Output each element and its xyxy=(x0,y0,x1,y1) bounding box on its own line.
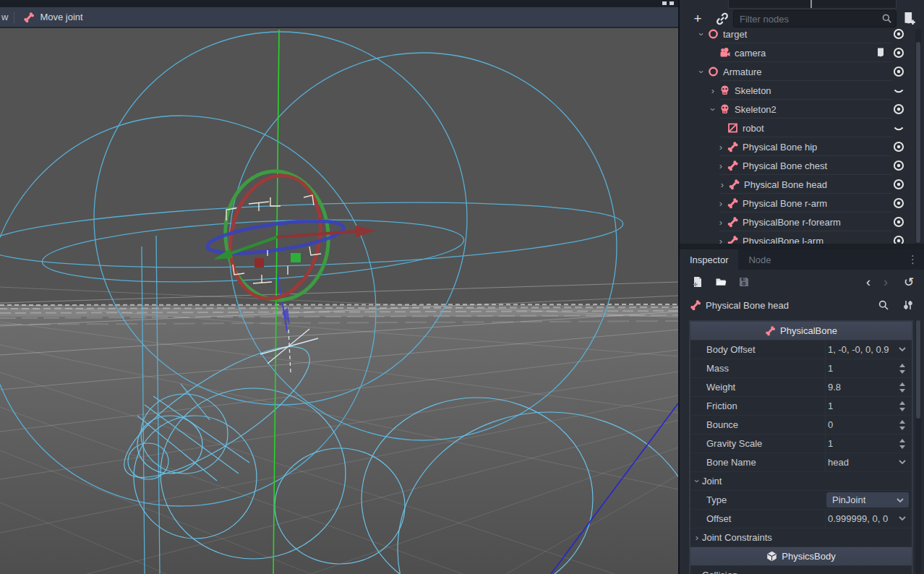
chevron-right-icon[interactable]: › xyxy=(716,142,725,153)
script-icon[interactable] xyxy=(875,47,886,59)
physics-body-cube-icon xyxy=(766,551,777,562)
view-menu-partial[interactable]: w xyxy=(0,12,14,22)
tree-node-label: robot xyxy=(743,123,764,134)
visibility-eye-icon[interactable] xyxy=(892,29,905,40)
property-value[interactable]: 1 xyxy=(828,363,833,374)
dock-divider[interactable] xyxy=(680,244,924,249)
tree-node-physical-bone-chest[interactable]: › Physical Bone chest xyxy=(680,156,924,175)
tree-node-physicalbone-l-arm[interactable]: › PhysicalBone l-arm xyxy=(680,231,924,244)
joint-type-dropdown[interactable]: PinJoint xyxy=(826,492,909,507)
scene-tree-scrollbar[interactable] xyxy=(915,29,921,244)
spinner-control[interactable] xyxy=(899,438,906,450)
inspector-scrollbar[interactable] xyxy=(915,320,921,574)
search-properties-icon[interactable] xyxy=(878,299,889,311)
tree-node-skeleton[interactable]: › Skeleton xyxy=(680,81,924,100)
visibility-eye-icon[interactable] xyxy=(892,234,905,244)
visibility-eye-icon[interactable] xyxy=(892,65,905,78)
property-value[interactable]: 0.999999, 0, 0 xyxy=(828,513,888,524)
category-physicalbone[interactable]: PhysicalBone xyxy=(690,322,912,340)
viewport-top-strip xyxy=(0,0,678,7)
property-label: Gravity Scale xyxy=(706,438,762,449)
category-label: PhysicsBody xyxy=(782,551,835,562)
tree-node-physical-bone-r-arm[interactable]: › Physical Bone r-arm xyxy=(680,194,924,213)
visibility-eye-icon[interactable] xyxy=(892,197,905,210)
instance-scene-icon[interactable] xyxy=(714,11,730,27)
tab-inspector[interactable]: Inspector xyxy=(680,249,738,270)
ground xyxy=(0,308,678,574)
attach-script-icon[interactable] xyxy=(901,11,917,27)
category-physicsbody[interactable]: PhysicsBody xyxy=(690,547,912,566)
tree-node-robot[interactable]: robot xyxy=(680,119,924,137)
section-collision[interactable]: › Collision xyxy=(690,566,912,574)
tree-node-camera[interactable]: camera xyxy=(680,43,924,62)
property-label: Friction xyxy=(706,400,737,411)
chevron-down-icon[interactable]: › xyxy=(696,30,707,38)
visibility-eye-icon[interactable] xyxy=(892,46,905,59)
property-value[interactable]: 1 xyxy=(828,400,833,411)
viewport-3d[interactable] xyxy=(0,30,678,574)
chevron-down-icon[interactable]: › xyxy=(708,105,719,113)
property-tools-icon[interactable] xyxy=(902,299,914,311)
visibility-eye-icon[interactable] xyxy=(892,178,905,191)
gizmo-handle-green[interactable] xyxy=(291,253,301,262)
chevron-right-icon[interactable]: › xyxy=(718,179,727,190)
chevron-right-icon[interactable]: › xyxy=(716,160,725,171)
tree-node-physicalbone-r-forearm[interactable]: › PhysicalBone r-forearm xyxy=(680,213,924,231)
tree-node-physical-bone-hip[interactable]: › Physical Bone hip xyxy=(680,137,924,156)
chevron-right-icon[interactable]: › xyxy=(716,217,725,228)
skeleton-icon xyxy=(719,103,731,115)
category-label: PhysicalBone xyxy=(780,325,837,336)
gizmo-handle-red[interactable] xyxy=(254,258,264,267)
chevron-right-icon[interactable]: › xyxy=(709,85,717,96)
physical-bone-icon xyxy=(727,141,739,153)
visibility-eye-icon[interactable] xyxy=(892,159,905,172)
spinner-control[interactable] xyxy=(899,382,906,393)
inspected-object-row: Physical Bone head xyxy=(680,294,924,316)
visibility-eye-icon[interactable] xyxy=(892,103,905,116)
dock-menu-icon[interactable]: ⋮ xyxy=(907,249,924,270)
property-value[interactable]: head xyxy=(828,457,849,468)
chevron-right-icon[interactable]: › xyxy=(716,236,725,244)
section-joint[interactable]: › Joint xyxy=(690,472,912,491)
spinner-control[interactable] xyxy=(899,400,906,412)
expand-chevron-icon[interactable] xyxy=(898,514,907,523)
visibility-eye-icon[interactable] xyxy=(892,140,905,153)
visibility-closed-eye-icon[interactable] xyxy=(892,121,905,134)
clipped-glyph xyxy=(662,1,675,6)
tree-node-target[interactable]: › target xyxy=(680,29,924,43)
expand-chevron-icon[interactable] xyxy=(898,345,907,354)
chevron-down-icon[interactable]: › xyxy=(696,67,707,76)
save-icon[interactable] xyxy=(735,274,753,290)
property-value[interactable]: 1, -0, -0, 0, 0.9 xyxy=(828,344,889,355)
bone-icon xyxy=(23,12,35,23)
property-value[interactable]: 1 xyxy=(828,438,833,449)
tab-node[interactable]: Node xyxy=(738,249,781,270)
chevron-down-icon[interactable] xyxy=(898,458,907,466)
property-row-joint-type: Type PinJoint xyxy=(690,491,912,510)
visibility-eye-icon[interactable] xyxy=(892,215,905,228)
history-forward-icon[interactable]: › xyxy=(884,275,888,290)
tree-node-physical-bone-head[interactable]: › Physical Bone head xyxy=(680,175,924,194)
spinner-control[interactable] xyxy=(899,419,906,431)
add-node-button[interactable]: + xyxy=(690,11,706,27)
history-back-icon[interactable]: ‹ xyxy=(866,275,870,290)
chevron-down-icon xyxy=(896,496,904,505)
tree-node-label: Physical Bone r-arm xyxy=(743,198,827,209)
property-value[interactable]: 9.8 xyxy=(828,382,841,393)
filter-nodes-input[interactable] xyxy=(733,10,897,27)
physical-bone-icon xyxy=(727,216,739,228)
inspector-tab-bar: Inspector Node ⋮ xyxy=(680,249,924,270)
visibility-closed-eye-icon[interactable] xyxy=(892,84,905,97)
chevron-right-icon[interactable]: › xyxy=(716,198,725,209)
property-row-joint-offset: Offset 0.999999, 0, 0 xyxy=(690,510,912,528)
tree-node-armature[interactable]: › Armature xyxy=(680,62,924,81)
object-history-icon[interactable]: ↺ xyxy=(904,275,914,290)
section-label: Collision xyxy=(702,570,737,574)
chevron-right-icon: › xyxy=(692,570,702,574)
property-value[interactable]: 0 xyxy=(828,419,833,430)
spinner-control[interactable] xyxy=(899,363,906,374)
section-joint-constraints[interactable]: › Joint Constraints xyxy=(690,528,912,547)
load-resource-folder-icon[interactable] xyxy=(711,274,730,290)
new-resource-icon[interactable] xyxy=(688,274,707,290)
tree-node-skeleton2[interactable]: › Skeleton2 xyxy=(680,100,924,119)
